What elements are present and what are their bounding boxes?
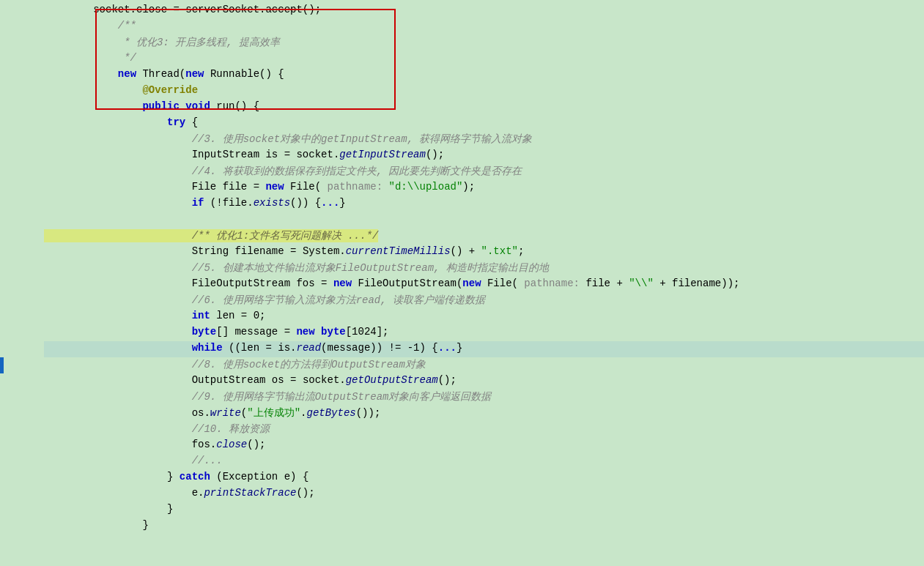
code-text: "上传成功" — [247, 406, 300, 420]
code-text: new — [265, 181, 284, 193]
code-line: @Override — [44, 83, 924, 100]
code-line: String filename = System.currentTimeMill… — [44, 245, 924, 261]
code-line: byte[] message = new byte[1024]; — [44, 325, 924, 341]
code-text: } — [44, 519, 149, 531]
code-line: InputStream is = socket.getInputStream()… — [44, 148, 924, 164]
code-text: close — [216, 439, 247, 450]
code-text: while — [192, 342, 223, 354]
code-text: //10. 释放资源 — [44, 422, 270, 436]
code-text: } — [339, 197, 345, 209]
code-text: ()); — [356, 407, 381, 419]
code-text: public — [142, 100, 179, 112]
code-line: FileOutputStream fos = new FileOutputStr… — [44, 277, 924, 293]
code-line: File file = new File( pathname: "d:\\upl… — [44, 180, 924, 196]
code-text: getBytes — [306, 407, 355, 419]
code-text: //8. 使用socket的方法得到OutputStream对象 — [44, 358, 426, 371]
code-line: //3. 使用socket对象中的getInputStream, 获得网络字节输… — [44, 132, 924, 148]
code-text: String — [192, 245, 229, 257]
code-text: printStackTrace — [204, 487, 296, 499]
code-text: run() { — [210, 100, 259, 112]
code-text: ... — [321, 197, 339, 209]
code-text: fos. — [44, 439, 216, 450]
code-text: getInputStream — [339, 149, 426, 160]
code-text: int — [192, 310, 210, 321]
code-text: getOutputStream — [346, 374, 438, 386]
code-text: exists — [254, 197, 290, 209]
code-text: byte — [321, 326, 346, 338]
code-text: ((len = is. — [223, 342, 297, 354]
code-line: if (!file.exists()) {...} — [44, 196, 924, 212]
code-text: if — [192, 197, 204, 209]
code-text: { — [185, 116, 198, 128]
code-text: new — [296, 326, 314, 338]
code-text: "\\" — [629, 278, 654, 289]
code-line: */ — [44, 51, 924, 67]
code-text: void — [185, 100, 210, 112]
code-text — [44, 342, 192, 354]
code-text: (Exception e) { — [210, 471, 308, 483]
code-text — [44, 100, 142, 112]
code-text — [44, 149, 192, 160]
code-line: //8. 使用socket的方法得到OutputStream对象 — [44, 357, 924, 373]
code-text: file + — [580, 278, 629, 289]
code-text: new — [185, 68, 204, 80]
code-text — [44, 213, 50, 225]
code-text: (); — [247, 439, 265, 450]
code-text — [315, 326, 321, 338]
code-text: * 优化3: 开启多线程, 提高效率 — [44, 36, 280, 49]
code-text: FileOutputStream — [192, 278, 290, 289]
code-text: try — [167, 116, 185, 128]
code-text: File — [192, 181, 217, 193]
code-text — [44, 181, 192, 193]
code-text: ... — [438, 342, 457, 354]
code-line: try { — [44, 116, 924, 132]
code-text — [44, 310, 192, 321]
code-line: //4. 将获取到的数据保存到指定文件夹, 因此要先判断文件夹是否存在 — [44, 164, 924, 180]
code-text: /** — [44, 20, 136, 31]
code-text: new — [118, 68, 136, 80]
code-text: e. — [44, 487, 204, 499]
code-text — [44, 245, 192, 257]
code-text: filename = System. — [229, 245, 346, 257]
code-line: fos.close(); — [44, 438, 924, 454]
code-text: fos = — [290, 278, 333, 289]
code-text: read — [296, 342, 321, 354]
code-text: byte — [192, 326, 217, 338]
code-text: pathname: — [524, 278, 580, 289]
code-line: int len = 0; — [44, 309, 924, 325]
code-text: ".txt" — [481, 245, 518, 257]
code-text: [1024]; — [346, 326, 389, 338]
code-text: Thread( — [136, 68, 185, 80]
code-line: e.printStackTrace(); — [44, 486, 924, 502]
code-text — [44, 68, 118, 80]
code-text: InputStream — [192, 149, 259, 160]
code-text: FileOutputStream( — [352, 278, 462, 289]
code-text: (message)) != -1) { — [321, 342, 438, 354]
code-text: ); — [462, 181, 475, 193]
code-text: new — [462, 278, 481, 289]
code-text — [180, 100, 185, 112]
code-line: //6. 使用网络字节输入流对象方法read, 读取客户端传递数据 — [44, 293, 924, 309]
code-text: } — [44, 471, 180, 483]
code-text: //... — [44, 455, 223, 466]
code-line: //... — [44, 454, 924, 470]
code-text: [] message = — [216, 326, 296, 338]
code-text: ( — [241, 407, 247, 419]
code-editor: socket.close = serverSocket.accept(); /*… — [0, 0, 924, 566]
code-text: "d:\\upload" — [389, 181, 463, 193]
code-line: new Thread(new Runnable() { — [44, 67, 924, 83]
code-line: } catch (Exception e) { — [44, 470, 924, 486]
code-lines: socket.close = serverSocket.accept(); /*… — [0, 0, 924, 537]
code-text: . — [300, 407, 306, 419]
code-line: * 优化3: 开启多线程, 提高效率 — [44, 35, 924, 51]
code-text: @Override — [142, 84, 198, 96]
code-text: } — [44, 503, 173, 515]
code-text: OutputStream — [192, 374, 266, 386]
code-text — [382, 181, 388, 193]
code-line: } — [44, 502, 924, 518]
code-text: new — [333, 278, 352, 289]
code-text: catch — [180, 471, 210, 483]
code-text: File( — [481, 278, 525, 289]
code-text: len = 0; — [210, 310, 266, 321]
code-text: //6. 使用网络字节输入流对象方法read, 读取客户端传递数据 — [44, 294, 485, 307]
